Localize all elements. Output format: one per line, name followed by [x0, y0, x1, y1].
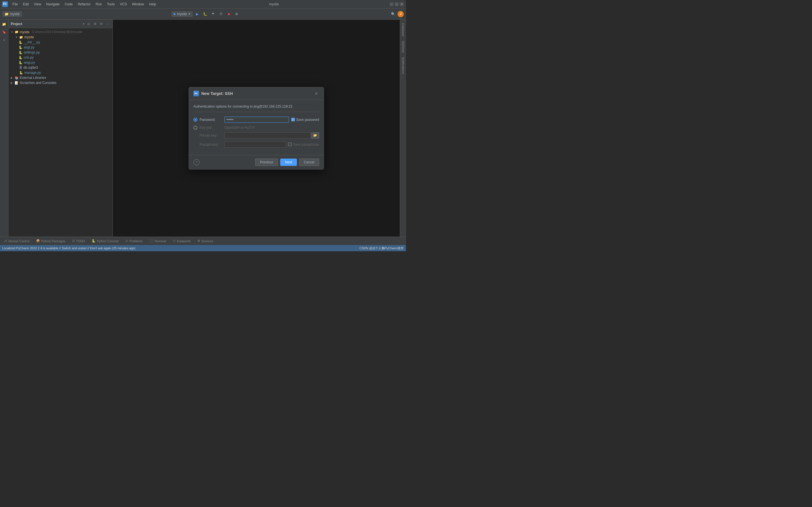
scratches-label: Scratches and Consoles [20, 81, 56, 85]
python-packages-tab[interactable]: 📦 Python Packages [35, 238, 66, 243]
private-key-input[interactable] [224, 132, 311, 138]
database-tab[interactable]: Database [400, 21, 406, 39]
sidebar-project-icon[interactable]: 📁 [1, 21, 8, 27]
maximize-button[interactable]: □ [395, 2, 399, 6]
passphrase-input[interactable] [224, 142, 286, 148]
menu-run[interactable]: Run [93, 2, 104, 7]
tree-root-mysite[interactable]: ▼ 📁 mysite C:\Users\15011\Desktop\项目\mys… [8, 29, 112, 35]
tree-file-manage[interactable]: ▶ 🐍 manage.py [8, 70, 112, 75]
run-config-label: mysite [177, 12, 187, 16]
endpoints-tab[interactable]: ⬡ Endpoints [172, 238, 192, 243]
python-file-icon: 🐍 [18, 51, 22, 54]
expand-arrow-icon: ▶ [11, 81, 13, 84]
keypair-radio[interactable] [193, 126, 197, 129]
notifications-tab[interactable]: Notifications [400, 55, 406, 76]
main-layout: 📁 🔖 ≡ Project ▼ ◎ ⊞ ⚙ − ▼ 📁 mysite C:\Us… [0, 20, 406, 237]
password-row: Password: ✓ Save password [193, 117, 319, 123]
password-radio[interactable] [193, 118, 197, 122]
folder-label: mysite [24, 35, 34, 39]
panel-close-btn[interactable]: − [105, 21, 110, 27]
menu-bar: File Edit View Navigate Code Refactor Ru… [10, 2, 158, 7]
cancel-button[interactable]: Cancel [299, 159, 319, 166]
services-tab[interactable]: ⚙ Services [196, 238, 214, 243]
expand-arrow-icon: ▶ [11, 76, 13, 79]
tree-file-db[interactable]: ▶ 🗄 db.sqlite3 [8, 65, 112, 70]
left-sidebar: 📁 🔖 ≡ [0, 20, 8, 237]
window-title: mysite [158, 2, 390, 6]
private-key-browse-button[interactable]: 📂 [311, 132, 319, 138]
tree-file-asgi[interactable]: 🐍 asgi.py [8, 45, 112, 50]
minimize-button[interactable]: ─ [390, 2, 394, 6]
save-passphrase-label: Save passphrase [293, 143, 319, 147]
tree-file-wsgi[interactable]: 🐍 wsgi.py [8, 60, 112, 65]
status-message: Localized PyCharm 2022.2.4 is available … [2, 246, 355, 250]
tree-folder-mysite[interactable]: ▼ 📁 mysite [8, 35, 112, 40]
tree-external-libraries[interactable]: ▶ 📚 External Libraries [8, 75, 112, 80]
project-panel-header: Project ▼ ◎ ⊞ ⚙ − [8, 20, 112, 28]
sidebar-bookmarks-icon[interactable]: 🔖 [1, 29, 8, 36]
password-input[interactable] [224, 117, 289, 123]
run-config-selector[interactable]: ▶ mysite ▼ [171, 11, 193, 17]
sidebar-structure-icon[interactable]: ≡ [1, 37, 8, 43]
problems-tab[interactable]: ⚠ Problems [124, 238, 144, 243]
save-passphrase-checkbox-label[interactable]: ✓ Save passphrase [288, 143, 319, 147]
save-passphrase-checkbox[interactable]: ✓ [288, 143, 292, 146]
previous-button[interactable]: Previous [255, 159, 278, 166]
python-file-icon: 🐍 [18, 46, 22, 49]
dialog-logo: PC [193, 91, 199, 96]
expand-arrow-icon: ▼ [15, 36, 18, 39]
todo-tab[interactable]: ☑ TODO [71, 238, 86, 243]
tree-scratches[interactable]: ▶ 📝 Scratches and Consoles [8, 80, 112, 86]
settings-button[interactable]: ⚙ [234, 11, 240, 17]
version-control-tab[interactable]: ⎇ Version Control [2, 238, 31, 243]
project-selector[interactable]: 📁 mysite [2, 11, 22, 17]
project-panel: Project ▼ ◎ ⊞ ⚙ − ▼ 📁 mysite C:\Users\15… [8, 20, 113, 237]
menu-window[interactable]: Window [130, 2, 146, 7]
folder-icon: 📁 [4, 12, 9, 16]
python-console-label: Python Console [97, 239, 119, 243]
close-button[interactable]: ✕ [400, 2, 404, 6]
save-password-checkbox[interactable]: ✓ [291, 118, 295, 121]
menu-edit[interactable]: Edit [20, 2, 31, 7]
menu-navigate[interactable]: Navigate [44, 2, 62, 7]
python-packages-label: Python Packages [41, 239, 65, 243]
menu-vcs[interactable]: VCS [117, 2, 129, 7]
panel-locate-btn[interactable]: ◎ [86, 21, 92, 27]
project-dropdown-arrow[interactable]: ▼ [82, 22, 85, 25]
sqlview-tab[interactable]: SQlView [400, 39, 406, 55]
terminal-tab[interactable]: ⬛ Terminal [148, 238, 167, 243]
tree-file-init[interactable]: 🐍 __init__.py [8, 40, 112, 45]
run-section: ▶ mysite ▼ ▶ 🐛 ☂ ⏱ ■ ⚙ [171, 11, 240, 17]
coverage-button[interactable]: ☂ [210, 11, 216, 17]
next-button[interactable]: Next [280, 159, 297, 166]
panel-gear-btn[interactable]: ⚙ [98, 21, 104, 27]
tree-file-settings[interactable]: 🐍 settings.py [8, 50, 112, 55]
project-name: mysite [10, 12, 20, 16]
menu-help[interactable]: Help [147, 2, 158, 7]
help-button[interactable]: ? [193, 159, 200, 165]
menu-tools[interactable]: Tools [105, 2, 117, 7]
dialog-footer: ? Previous Next Cancel [189, 155, 324, 169]
stop-button[interactable]: ■ [225, 11, 232, 17]
python-console-tab[interactable]: 🐍 Python Console [91, 238, 120, 243]
profile-button[interactable]: ⏱ [218, 11, 224, 17]
ssh-dialog: PC New Target: SSH ✕ Authentication opti… [189, 87, 324, 170]
tree-file-urls[interactable]: 🐍 urls.py [8, 55, 112, 60]
run-button[interactable]: ▶ [194, 11, 201, 17]
search-everywhere-button[interactable]: 🔍 [390, 11, 396, 17]
panel-collapse-btn[interactable]: ⊞ [92, 21, 98, 27]
problems-icon: ⚠ [125, 239, 128, 243]
packages-icon: 📦 [36, 239, 40, 243]
save-password-checkbox-label[interactable]: ✓ Save password [291, 118, 319, 122]
menu-view[interactable]: View [32, 2, 43, 7]
debug-button[interactable]: 🐛 [202, 11, 209, 17]
menu-refactor[interactable]: Refactor [75, 2, 93, 7]
user-avatar[interactable]: J [398, 11, 404, 17]
services-icon: ⚙ [197, 239, 200, 243]
title-bar: PC File Edit View Navigate Code Refactor… [0, 0, 406, 8]
dialog-close-button[interactable]: ✕ [313, 91, 319, 96]
modal-overlay: PC New Target: SSH ✕ Authentication opti… [113, 20, 400, 237]
menu-file[interactable]: File [10, 2, 20, 7]
dialog-header: PC New Target: SSH ✕ [189, 87, 324, 100]
menu-code[interactable]: Code [62, 2, 75, 7]
